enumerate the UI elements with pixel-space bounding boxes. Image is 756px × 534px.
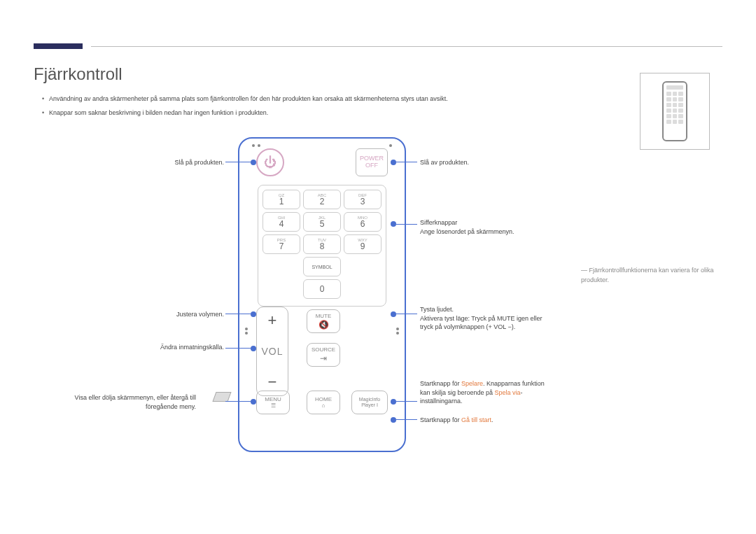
mini-remote-diagram bbox=[640, 73, 710, 150]
callout-dot bbox=[251, 160, 256, 165]
key-0[interactable]: 0 bbox=[303, 279, 341, 299]
leader-line bbox=[225, 401, 251, 402]
menu-icon: ☰ bbox=[271, 402, 276, 409]
callout-mute: Tysta ljudet. Aktivera tyst läge: Tryck … bbox=[420, 305, 542, 332]
callout-menu: Visa eller dölja skärmmenyn, eller återg… bbox=[42, 393, 196, 411]
mute-label: MUTE bbox=[316, 313, 332, 319]
numeric-keypad: QZ1 ABC2 DEF3 GHI4 JKL5 MNO6 PRS7 TUV8 W… bbox=[258, 185, 386, 307]
key-5[interactable]: JKL5 bbox=[303, 212, 341, 232]
mute-icon: 🔇 bbox=[318, 320, 329, 330]
leader-line bbox=[396, 401, 417, 402]
remote-control: ⏻ POWER OFF QZ1 ABC2 DEF3 GHI4 JKL5 MNO6… bbox=[238, 137, 406, 452]
callout-dot bbox=[251, 399, 256, 405]
magicinfo-button[interactable]: MagicInfo Player I bbox=[351, 391, 388, 414]
key-3[interactable]: DEF3 bbox=[344, 190, 382, 209]
home-label: HOME bbox=[315, 396, 332, 402]
leader-line bbox=[396, 162, 417, 162]
magicinfo-label1: MagicInfo bbox=[359, 397, 380, 402]
key-4[interactable]: GHI4 bbox=[262, 212, 300, 232]
callout-home: Startknapp för Gå till start. bbox=[420, 416, 493, 425]
volume-up-icon[interactable]: + bbox=[268, 311, 277, 330]
power-off-label2: OFF bbox=[365, 162, 378, 169]
key-2[interactable]: ABC2 bbox=[303, 190, 341, 209]
side-note: Fjärrkontrollfunktionerna kan variera fö… bbox=[581, 266, 714, 285]
callout-dot bbox=[391, 221, 396, 227]
callout-power-off: Slå av produkten. bbox=[420, 158, 469, 167]
power-off-button[interactable]: POWER OFF bbox=[356, 148, 388, 176]
leader-line bbox=[225, 314, 251, 314]
home-button[interactable]: HOME ⌂ bbox=[307, 391, 340, 414]
mute-button[interactable]: MUTE 🔇 bbox=[307, 309, 340, 333]
key-9[interactable]: WXY9 bbox=[344, 234, 382, 254]
callout-dot bbox=[391, 311, 396, 317]
bullet-item: Knappar som saknar beskrivning i bilden … bbox=[42, 109, 448, 116]
menu-button[interactable]: MENU ☰ bbox=[256, 391, 290, 414]
leader-line bbox=[396, 419, 417, 420]
source-icon: ⇥ bbox=[320, 353, 327, 363]
header-accent bbox=[34, 43, 83, 49]
intro-bullets: Användning av andra skärmenheter på samm… bbox=[42, 95, 448, 123]
callout-dot bbox=[391, 160, 396, 165]
leader-line bbox=[225, 162, 251, 162]
callout-dot bbox=[251, 311, 256, 317]
callout-power-on: Slå på produkten. bbox=[70, 158, 224, 167]
leader-line bbox=[396, 224, 417, 225]
bullet-item: Användning av andra skärmenheter på samm… bbox=[42, 95, 448, 102]
magicinfo-label2: Player I bbox=[361, 402, 378, 408]
menu-label: MENU bbox=[265, 396, 281, 402]
home-icon: ⌂ bbox=[322, 402, 326, 409]
volume-rocker[interactable]: + VOL − bbox=[256, 307, 288, 396]
callout-numbers: Sifferknappar Ange lösenordet på skärmme… bbox=[420, 218, 514, 236]
leader-line bbox=[396, 314, 417, 314]
callout-volume: Justera volymen. bbox=[70, 310, 224, 319]
callout-dot bbox=[251, 346, 256, 351]
header-rule bbox=[91, 46, 722, 47]
key-8[interactable]: TUV8 bbox=[303, 234, 341, 254]
callout-magicinfo: Startknapp för Spelare. Knapparnas funkt… bbox=[420, 379, 574, 406]
callout-dot bbox=[391, 417, 396, 423]
leader-line bbox=[225, 348, 251, 349]
source-button[interactable]: SOURCE ⇥ bbox=[307, 343, 340, 367]
callout-dot bbox=[391, 399, 396, 405]
source-label: SOURCE bbox=[312, 346, 335, 353]
key-1[interactable]: QZ1 bbox=[262, 190, 300, 209]
key-6[interactable]: MNO6 bbox=[344, 212, 382, 232]
key-7[interactable]: PRS7 bbox=[262, 234, 300, 254]
key-symbol[interactable]: SYMBOL bbox=[303, 257, 341, 276]
volume-down-icon[interactable]: − bbox=[268, 373, 277, 391]
power-on-button[interactable]: ⏻ bbox=[256, 148, 284, 176]
volume-label: VOL bbox=[261, 346, 283, 357]
callout-source: Ändra inmatningskälla. bbox=[70, 343, 224, 352]
page-title: Fjärrkontroll bbox=[34, 64, 122, 84]
